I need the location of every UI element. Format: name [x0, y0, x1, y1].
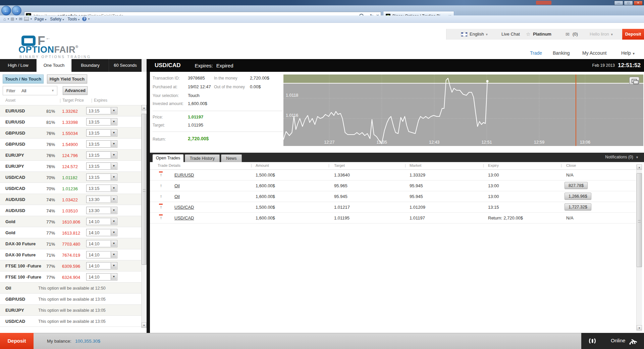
expiry-select[interactable]: 13:15▼ [86, 140, 117, 148]
asset-row[interactable]: FTSE 100 -Future77%6309.59614:10▼ [0, 260, 141, 271]
asset-row[interactable]: GBP/USD76%1.5490013:15▼ [0, 139, 141, 150]
user-menu[interactable]: Hello liron▼ [590, 32, 613, 37]
scroll-down-icon[interactable]: ▼ [142, 322, 147, 328]
page-menu[interactable]: Page ▾ [34, 17, 47, 21]
deposit-button-top[interactable]: Deposit [622, 29, 644, 40]
high-yield-touch-button[interactable]: High Yield Touch [47, 74, 87, 84]
trade-asset-link[interactable]: USD/CAD [174, 205, 194, 210]
expiry-select[interactable]: 13:15▼ [86, 162, 117, 170]
forward-button[interactable]: → [12, 6, 21, 15]
asset-row[interactable]: DAX-30 Future71%7703.48014:10▼ [0, 238, 141, 249]
maximize-button[interactable]: ▢ [624, 1, 633, 5]
trades-scroll-down-icon[interactable]: ▼ [637, 325, 642, 331]
asset-row[interactable]: EUR/JPY76%124.79613:15▼ [0, 150, 141, 161]
close-trade-button[interactable]: 1,266.96$ [565, 193, 591, 200]
expiry-select[interactable]: 13:15▼ [86, 129, 117, 137]
advanced-button[interactable]: Advanced [63, 86, 88, 95]
dropdown-arrow-icon[interactable]: ▼ [111, 230, 117, 236]
trades-scrollbar-thumb[interactable] [637, 173, 642, 267]
dropdown-arrow-icon[interactable]: ▼ [111, 185, 117, 191]
expiry-select[interactable]: 14:10▼ [86, 218, 117, 225]
close-trade-button[interactable]: 827.78$ [565, 182, 588, 189]
help-caret-icon[interactable]: ▾ [88, 17, 90, 20]
dropdown-arrow-icon[interactable]: ▼ [111, 274, 117, 280]
expiry-select[interactable]: 13:15▼ [86, 173, 117, 181]
expiry-select[interactable]: 14:10▼ [86, 240, 117, 247]
tab-one-touch[interactable]: One Touch [37, 59, 72, 72]
trade-asset-link[interactable]: EUR/USD [174, 172, 194, 178]
asset-list-scrollbar[interactable]: ▲ ▼ [141, 105, 147, 328]
expiry-select[interactable]: 13:30▼ [86, 196, 117, 203]
asset-row[interactable]: GBP/USD76%1.5503413:15▼ [0, 128, 141, 139]
dropdown-arrow-icon[interactable]: ▼ [111, 252, 117, 258]
expiry-select[interactable]: 14:10▼ [86, 273, 117, 281]
asset-row[interactable]: USD/CAD70%1.0123613:15▼ [0, 183, 141, 194]
safety-menu[interactable]: Safety ▾ [49, 17, 65, 21]
filter-select[interactable]: Filter All ▼ [3, 86, 57, 95]
nav-banking[interactable]: Banking [553, 50, 570, 56]
tab-open-trades[interactable]: Open Trades [153, 154, 183, 162]
nav-trade[interactable]: Trade [530, 50, 542, 56]
trade-asset-link[interactable]: USD/CAD [174, 215, 194, 220]
home-caret-icon[interactable]: ▾ [8, 17, 9, 20]
dropdown-arrow-icon[interactable]: ▼ [111, 263, 117, 269]
home-icon[interactable]: ⌂ [3, 16, 6, 21]
scrollbar-thumb[interactable] [142, 114, 147, 265]
trade-asset-link[interactable]: Oil [174, 183, 180, 188]
asset-row[interactable]: USD/CAD70%1.0118213:15▼ [0, 172, 141, 183]
dropdown-arrow-icon[interactable]: ▼ [111, 163, 117, 169]
asset-row[interactable]: EUR/USD81%1.3326213:15▼ [0, 105, 141, 116]
dropdown-arrow-icon[interactable]: ▼ [111, 241, 117, 247]
scroll-up-icon[interactable]: ▲ [142, 105, 147, 110]
dropdown-arrow-icon[interactable]: ▼ [111, 119, 117, 125]
deposit-button-footer[interactable]: Deposit [0, 333, 34, 349]
asset-row[interactable]: FTSE 100 -Future77%6324.90414:10▼ [0, 271, 141, 283]
asset-row[interactable]: Gold77%1610.80614:10▼ [0, 216, 141, 227]
nav-my-account[interactable]: My Account [582, 50, 606, 56]
speaker-icon[interactable] [589, 337, 596, 345]
live-chat-link[interactable]: Live Chat [501, 32, 520, 37]
expiry-select[interactable]: 13:15▼ [86, 151, 117, 159]
notifications-dropdown[interactable]: Notifications (0) ▼ [605, 155, 639, 159]
expiry-select[interactable]: 14:10▼ [86, 251, 117, 258]
expiry-select[interactable]: 14:10▼ [86, 262, 117, 269]
dropdown-arrow-icon[interactable]: ▼ [111, 130, 117, 136]
expiry-select[interactable]: 13:15▼ [86, 118, 117, 126]
asset-row[interactable]: Gold77%1613.81214:10▼ [0, 227, 141, 238]
expiry-select[interactable]: 14:10▼ [86, 229, 117, 236]
back-button[interactable]: ← [1, 6, 11, 15]
tools-menu[interactable]: Tools ▾ [67, 17, 80, 21]
touch-no-touch-button[interactable]: Touch / No Touch [3, 74, 44, 84]
feeds-icon[interactable] [11, 17, 14, 21]
balance-value[interactable]: 100,355.30$ [75, 339, 100, 344]
print-caret-icon[interactable]: ▾ [31, 17, 32, 20]
tab-boundary[interactable]: Boundary [72, 59, 109, 72]
print-icon[interactable] [24, 17, 29, 21]
dropdown-arrow-icon[interactable]: ▼ [111, 207, 117, 213]
feeds-caret-icon[interactable]: ▾ [16, 17, 17, 20]
tab-trade-history[interactable]: Trade History [185, 154, 220, 162]
close-trade-button[interactable]: 1,727.32$ [565, 203, 591, 210]
dropdown-arrow-icon[interactable]: ▼ [111, 174, 117, 180]
dropdown-arrow-icon[interactable]: ▼ [111, 108, 117, 114]
nav-help[interactable]: Help▼ [621, 50, 635, 56]
trades-scroll-up-icon[interactable]: ▲ [637, 164, 642, 170]
minimize-button[interactable]: — [614, 1, 623, 5]
asset-row[interactable]: AUD/USD74%1.0342213:30▼ [0, 194, 141, 205]
dropdown-arrow-icon[interactable]: ▼ [111, 196, 117, 202]
expiry-select[interactable]: 13:30▼ [86, 207, 117, 214]
expiry-select[interactable]: 13:15▼ [86, 185, 117, 192]
tab-high-low[interactable]: High / Low [0, 59, 37, 72]
messages-count[interactable]: (0) [573, 32, 578, 37]
help-icon[interactable]: ? [82, 17, 87, 21]
expand-chart-icon[interactable] [629, 77, 639, 85]
trades-scrollbar[interactable]: ▲ ▼ [636, 164, 642, 331]
asset-row[interactable]: EUR/USD81%1.3339813:15▼ [0, 116, 141, 128]
dropdown-arrow-icon[interactable]: ▼ [111, 141, 117, 147]
close-button[interactable]: ✕ [634, 1, 643, 5]
language-selector[interactable]: English▼ [470, 32, 488, 37]
mail-icon[interactable]: ✉ [19, 16, 22, 21]
asset-row[interactable]: DAX-30 Future71%7674.01914:10▼ [0, 249, 141, 260]
trade-asset-link[interactable]: Oil [174, 194, 180, 199]
dropdown-arrow-icon[interactable]: ▼ [111, 152, 117, 158]
